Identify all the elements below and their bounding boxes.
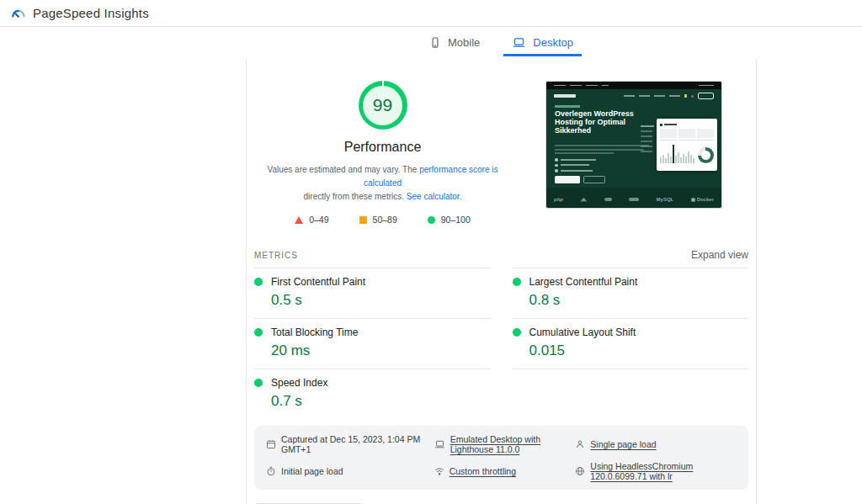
pagespeed-logo-icon: [10, 6, 26, 20]
metric-pass-dot: [513, 328, 521, 337]
metric-lcp-label: Largest Contentful Paint: [529, 276, 638, 288]
tab-mobile[interactable]: Mobile: [421, 31, 488, 56]
report-card: 99 Performance Values are estimated and …: [246, 59, 757, 504]
site-donut-chart: [698, 147, 714, 163]
performance-gauge[interactable]: 99: [359, 81, 407, 130]
stopwatch-icon: [266, 466, 276, 476]
desktop-monitor-icon: [512, 36, 526, 49]
logo-mysql: MySQL: [657, 197, 674, 202]
metric-empty-cell: [513, 369, 749, 419]
disclaimer-text-2: directly from these metrics.: [304, 192, 407, 201]
calendar-icon: [266, 439, 276, 449]
fail-triangle-icon: [295, 216, 303, 224]
throttling: Custom throttling: [434, 466, 576, 476]
score-legend: 0–49 50–89 90–100: [295, 215, 471, 225]
network-icon: [434, 466, 444, 476]
metric-tbt-label: Total Blocking Time: [271, 326, 358, 338]
laptop-icon: [434, 439, 445, 449]
metric-fcp-value: 0.5 s: [271, 292, 491, 309]
metric-lcp-value: 0.8 s: [529, 292, 749, 309]
metric-pass-dot: [254, 379, 263, 387]
tab-desktop[interactable]: Desktop: [503, 31, 582, 56]
performance-label: Performance: [344, 140, 422, 155]
metrics-section: METRICS Expand view First Contentful Pai…: [254, 249, 748, 419]
pass-circle-icon: [428, 216, 435, 224]
globe-icon: [575, 466, 585, 476]
captured-at: Captured at Dec 15, 2023, 1:04 PM GMT+1: [266, 434, 434, 454]
final-screenshot-thumbnail: Overlegen WordPress Hosting for Optimal …: [545, 81, 722, 209]
metrics-grid: First Contentful Paint 0.5 s Largest Con…: [254, 268, 748, 419]
logo-php: php: [554, 197, 563, 202]
summary-section: 99 Performance Values are estimated and …: [254, 59, 748, 225]
legend-average-range: 50–89: [373, 215, 397, 225]
initial-page-load: Initial page load: [266, 466, 434, 476]
person-icon: [575, 439, 585, 449]
logo-docker: Docker: [691, 197, 714, 202]
metric-fcp-label: First Contentful Paint: [271, 276, 365, 288]
metric-lcp: Largest Contentful Paint 0.8 s: [513, 268, 749, 318]
screenshot-column: Overlegen WordPress Hosting for Optimal …: [511, 81, 748, 225]
logo-shape-3: [629, 198, 639, 201]
app-header: PageSpeed Insights: [0, 0, 862, 27]
disclaimer-text: Values are estimated and may vary. The: [267, 165, 419, 174]
legend-pass-range: 90–100: [441, 215, 471, 225]
emulated-device: Emulated Desktop with Lighthouse 11.0.0: [434, 434, 576, 454]
see-calculator-link[interactable]: See calculator.: [407, 192, 462, 201]
metric-cls-label: Cumulative Layout Shift: [529, 326, 636, 338]
metric-cls-value: 0.015: [529, 342, 749, 359]
metric-tbt-value: 20 ms: [271, 342, 491, 359]
metric-si-label: Speed Index: [271, 377, 327, 389]
score-disclaimer: Values are estimated and may vary. The p…: [254, 163, 511, 204]
metric-si: Speed Index 0.7 s: [254, 369, 491, 419]
tab-desktop-label: Desktop: [533, 36, 573, 49]
site-header: [546, 89, 721, 103]
legend-pass: 90–100: [428, 215, 471, 225]
tab-mobile-label: Mobile: [448, 36, 480, 49]
score-column: 99 Performance Values are estimated and …: [254, 81, 511, 225]
legend-fail-range: 0–49: [309, 215, 328, 225]
metric-pass-dot: [513, 278, 521, 286]
metric-cls: Cumulative Layout Shift 0.015: [513, 318, 749, 369]
legend-average: 50–89: [359, 215, 397, 225]
metric-fcp: First Contentful Paint 0.5 s: [254, 268, 491, 318]
average-square-icon: [359, 216, 367, 224]
site-topbar: [546, 82, 721, 89]
device-tabs: Mobile Desktop: [246, 31, 757, 56]
logo-shape-1: [580, 198, 587, 202]
site-logos-row: php MySQL Docker: [554, 197, 714, 202]
metric-pass-dot: [254, 278, 263, 286]
performance-score: 99: [363, 86, 402, 125]
app-title: PageSpeed Insights: [33, 6, 149, 20]
pagespeed-insights-page: PageSpeed Insights Mobile Desktop: [0, 0, 862, 504]
site-dashboard-card: [657, 119, 717, 171]
site-bar-chart: [660, 144, 695, 163]
expand-view-button[interactable]: Expand view: [691, 249, 748, 261]
logo-shape-2: [604, 198, 612, 201]
capture-info-bar: Captured at Dec 15, 2023, 1:04 PM GMT+1 …: [254, 426, 748, 490]
metrics-heading: METRICS: [254, 251, 298, 260]
browser-version: Using HeadlessChromium 120.0.6099.71 wit…: [575, 461, 737, 481]
site-headline: Overlegen WordPress Hosting for Optimal …: [555, 109, 637, 135]
metric-tbt: Total Blocking Time 20 ms: [254, 318, 491, 369]
metric-pass-dot: [254, 328, 263, 337]
legend-fail: 0–49: [295, 215, 328, 225]
mobile-phone-icon: [429, 36, 441, 49]
metric-si-value: 0.7 s: [271, 393, 491, 410]
page-load-mode: Single page load: [575, 439, 737, 449]
